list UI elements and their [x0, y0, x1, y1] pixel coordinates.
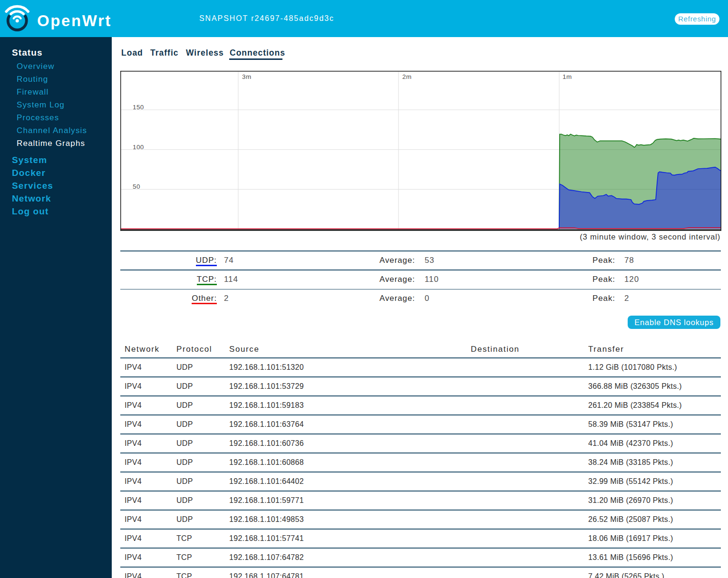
- svg-text:100: 100: [133, 144, 144, 151]
- svg-text:2m: 2m: [402, 73, 412, 80]
- svg-text:150: 150: [133, 104, 144, 111]
- svg-text:50: 50: [133, 183, 140, 190]
- svg-text:1m: 1m: [563, 73, 572, 80]
- svg-text:3m: 3m: [242, 73, 252, 80]
